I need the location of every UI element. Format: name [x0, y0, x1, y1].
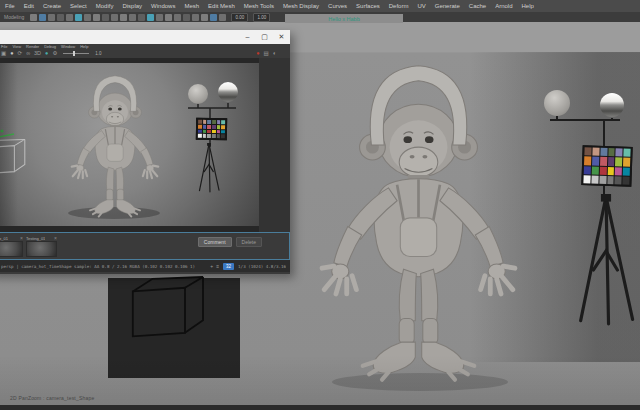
shelf-tool-icon[interactable] — [219, 14, 226, 21]
render-view-titlebar[interactable]: – ▢ ✕ — [0, 30, 290, 44]
menu-item[interactable]: Select — [70, 3, 87, 9]
shelf-tool-icon[interactable] — [165, 14, 172, 21]
shelf-tool-icon[interactable] — [174, 14, 181, 21]
menu-item[interactable]: Cache — [469, 3, 486, 9]
shelf-tool-icon[interactable] — [111, 14, 118, 21]
menu-item[interactable]: Deform — [389, 3, 409, 9]
checker-swatch — [607, 167, 614, 175]
snapshot-item[interactable]: Snap_01 × — [0, 235, 23, 257]
snapshot-thumbnail[interactable] — [26, 241, 57, 257]
maya-application: FileEditCreateSelectModifyDisplayWindows… — [0, 0, 640, 410]
checker-swatch — [584, 166, 591, 174]
workspace-selector[interactable]: Modeling — [4, 14, 24, 20]
stop-render-icon[interactable]: ● — [256, 49, 259, 58]
checker-swatch — [212, 130, 216, 134]
shelf-tool-icon[interactable] — [147, 14, 154, 21]
checker-swatch — [600, 157, 607, 165]
menu-item[interactable]: Windows — [151, 3, 175, 9]
render-image-frame — [0, 58, 290, 232]
shelf-tool-icon[interactable] — [183, 14, 190, 21]
exposure-slider[interactable] — [63, 53, 89, 54]
shelf-tool-icon[interactable] — [210, 14, 217, 21]
shelf-tool-icon[interactable] — [102, 14, 109, 21]
shelf-tool-icon[interactable] — [48, 14, 55, 21]
menu-item[interactable]: Create — [43, 3, 61, 9]
menu-item[interactable]: UV — [417, 3, 425, 9]
render-image[interactable] — [0, 63, 259, 226]
snapshot-close-icon[interactable]: × — [20, 235, 23, 241]
checker-swatch — [207, 125, 211, 129]
menu-item[interactable]: Surfaces — [356, 3, 380, 9]
render-status-text: persp | camera_hot_TimeShape sample: AA … — [1, 264, 206, 269]
shelf-tool-icon[interactable] — [192, 14, 199, 21]
menu-item[interactable]: Edit Mesh — [208, 3, 235, 9]
menu-item[interactable]: File — [5, 3, 15, 9]
checker-swatch — [592, 157, 599, 165]
menu-item[interactable]: Mesh Tools — [244, 3, 274, 9]
viewport-tab[interactable]: Hello x Habb — [285, 14, 403, 23]
shelf-tool-icon[interactable] — [93, 14, 100, 21]
checker-swatch — [592, 166, 599, 174]
progress-badge: 32 — [223, 263, 234, 270]
checker-swatch — [203, 125, 207, 129]
menu-item[interactable]: Help — [521, 3, 533, 9]
menu-item[interactable]: Mesh — [184, 3, 199, 9]
checker-swatch — [591, 175, 598, 183]
help-icon[interactable]: ◐ — [273, 49, 276, 58]
shelf-tool-icon[interactable] — [120, 14, 127, 21]
snap-value-field[interactable]: 0.00 — [231, 13, 248, 22]
menu-item[interactable]: Display — [122, 3, 142, 9]
checker-swatch — [203, 120, 207, 124]
menu-item[interactable]: Mesh Display — [283, 3, 319, 9]
checker-swatch — [198, 120, 202, 124]
render-menu-item[interactable]: Help — [80, 44, 88, 49]
gear-icon[interactable]: ⚙ — [52, 49, 57, 58]
maximize-icon[interactable]: ▢ — [256, 30, 273, 44]
render-menu-item[interactable]: Window — [61, 44, 75, 49]
toolbar-icons: ▣●⟳∞3D●⚙ — [1, 49, 57, 58]
shelf-tool-icon[interactable] — [201, 14, 208, 21]
close-icon[interactable]: ✕ — [273, 30, 290, 44]
status-icon[interactable]: ≡ — [216, 263, 219, 269]
checker-swatch — [623, 176, 630, 184]
shelf-tool-icon[interactable] — [138, 14, 145, 21]
checker-swatch — [599, 175, 606, 183]
snapshot-thumbnail[interactable] — [0, 241, 23, 257]
checker-swatch — [615, 158, 622, 166]
aov-dot-icon[interactable]: ● — [45, 49, 48, 58]
snapshot-icon[interactable]: ▤ — [263, 49, 268, 58]
menu-item[interactable]: Generate — [435, 3, 460, 9]
shelf-tool-icon[interactable] — [84, 14, 91, 21]
minimize-icon[interactable]: – — [239, 30, 256, 44]
three-d-icon[interactable]: 3D — [34, 49, 41, 58]
shelf-tool-icon[interactable] — [156, 14, 163, 21]
snapshot-item[interactable]: Testing_01 × — [26, 235, 57, 257]
slider-knob[interactable] — [73, 51, 75, 56]
menu-item[interactable]: Modify — [96, 3, 114, 9]
app-menubar: FileEditCreateSelectModifyDisplayWindows… — [0, 0, 640, 12]
checker-swatch — [221, 134, 225, 138]
record-icon[interactable]: ● — [10, 49, 13, 58]
menu-item[interactable]: Curves — [328, 3, 347, 9]
checker-swatch — [217, 125, 221, 129]
menu-item[interactable]: Edit — [24, 3, 34, 9]
checker-swatch — [217, 120, 221, 124]
shelf-tool-icon[interactable] — [30, 14, 37, 21]
status-icon[interactable]: + — [210, 263, 213, 269]
menu-item[interactable]: Arnold — [495, 3, 512, 9]
delete-button[interactable]: Delete — [236, 237, 262, 247]
scale-value-field[interactable]: 1.00 — [253, 13, 270, 22]
shelf-tool-icon[interactable] — [39, 14, 46, 21]
status-icons: +≡ — [210, 263, 219, 269]
checker-swatch — [216, 134, 220, 138]
shelf-tool-icon[interactable] — [75, 14, 82, 21]
viewport-camera-label: 2D PanZoom : camera_test_Shape — [10, 395, 94, 401]
store-image-icon[interactable]: ▣ — [1, 49, 6, 58]
shelf-tool-icon[interactable] — [66, 14, 73, 21]
shelf-tool-icon[interactable] — [129, 14, 136, 21]
refresh-icon[interactable]: ⟳ — [18, 49, 23, 58]
link-icon[interactable]: ∞ — [26, 49, 30, 58]
comment-button[interactable]: Comment — [198, 237, 232, 247]
snapshot-close-icon[interactable]: × — [54, 235, 57, 241]
shelf-tool-icon[interactable] — [57, 14, 64, 21]
